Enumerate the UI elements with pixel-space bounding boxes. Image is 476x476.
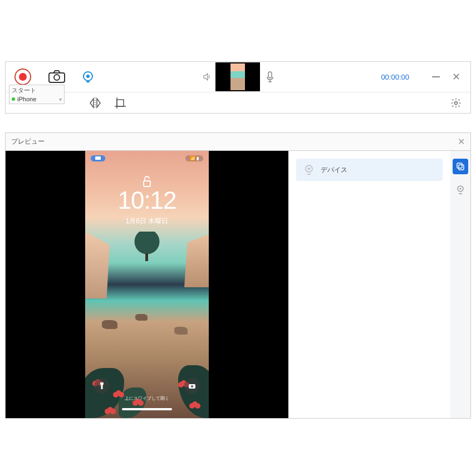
- svg-rect-4: [268, 72, 272, 78]
- wallpaper-rock: [174, 327, 188, 335]
- wallpaper-tree: [133, 232, 161, 257]
- speaker-icon[interactable]: [202, 72, 212, 82]
- preview-body: 📶 ▮ 10:12 1月6日 木曜日: [6, 151, 470, 418]
- device-label: デバイス: [321, 165, 347, 175]
- webcam-icon: [456, 185, 465, 195]
- home-indicator[interactable]: [122, 408, 172, 410]
- preview-title: プレビュー: [11, 137, 45, 146]
- toolbar-primary: ↘ 00:00:00 ✕: [6, 62, 470, 92]
- status-dot-icon: [12, 97, 15, 101]
- wallpaper-rock: [102, 320, 117, 329]
- screen-icon: [95, 156, 101, 161]
- camera-icon: [48, 70, 66, 84]
- flashlight-button[interactable]: [94, 378, 110, 394]
- gear-icon: [450, 97, 462, 109]
- settings-button[interactable]: [450, 97, 462, 109]
- lock-time: 10:12: [85, 187, 209, 214]
- minimize-button[interactable]: [432, 76, 440, 77]
- phone-mirror[interactable]: 📶 ▮ 10:12 1月6日 木曜日: [85, 151, 209, 418]
- lock-icon: [142, 175, 152, 188]
- svg-point-1: [54, 75, 60, 80]
- start-dropdown[interactable]: スタート iPhone ▾: [9, 85, 65, 104]
- webcam-icon: [81, 70, 95, 84]
- side-rail: [450, 151, 470, 418]
- recording-timer: 00:00:00: [381, 73, 409, 81]
- svg-rect-11: [144, 181, 150, 187]
- preview-thumbnail-area: [202, 62, 274, 91]
- close-button[interactable]: ✕: [452, 71, 460, 83]
- start-dropdown-label: スタート: [12, 86, 62, 95]
- preview-sidebar: デバイス: [288, 151, 470, 418]
- svg-point-15: [308, 168, 310, 170]
- svg-rect-16: [457, 163, 462, 168]
- preview-canvas: 📶 ▮ 10:12 1月6日 木曜日: [6, 151, 288, 418]
- svg-rect-6: [117, 100, 124, 106]
- svg-point-9: [455, 101, 458, 104]
- phone-status-bar: 📶 ▮: [85, 155, 209, 161]
- rail-webcam-button[interactable]: [453, 182, 468, 198]
- rail-copy-button[interactable]: [453, 159, 468, 174]
- svg-point-3: [86, 75, 90, 78]
- crop-icon: [115, 97, 126, 109]
- screenshot-button[interactable]: [48, 70, 66, 84]
- wallpaper-cliff: [85, 232, 116, 298]
- selected-device: iPhone: [17, 96, 36, 102]
- screen-mirror-indicator: [91, 155, 105, 161]
- device-item[interactable]: デバイス: [296, 159, 443, 181]
- wallpaper-cliff: [178, 234, 209, 287]
- svg-point-13: [191, 385, 193, 387]
- preview-close-button[interactable]: ✕: [458, 136, 465, 147]
- preview-header: プレビュー ✕: [6, 133, 470, 151]
- capture-thumbnail[interactable]: [215, 62, 260, 91]
- device-list: デバイス: [288, 151, 450, 418]
- chevron-down-icon: ▾: [59, 96, 62, 102]
- wallpaper-rock: [135, 314, 148, 321]
- camera-icon: [188, 382, 196, 389]
- copy-icon: [456, 162, 465, 171]
- svg-point-19: [460, 188, 462, 190]
- svg-rect-10: [95, 156, 101, 160]
- swipe-hint: 上にスワイプして開く: [85, 395, 209, 401]
- svg-rect-17: [459, 165, 464, 170]
- flip-icon: [89, 97, 101, 109]
- flip-button[interactable]: [89, 97, 101, 109]
- preview-panel: プレビュー ✕ 📶 ▮ 10:12 1月6日 木曜日: [5, 133, 471, 419]
- flashlight-icon: [99, 382, 105, 390]
- crop-button[interactable]: [115, 97, 126, 109]
- lock-date: 1月6日 木曜日: [85, 217, 209, 226]
- wifi-battery-indicator: 📶 ▮: [185, 155, 203, 161]
- webcam-button[interactable]: [81, 70, 95, 84]
- record-button[interactable]: [14, 68, 31, 85]
- webcam-icon: [304, 164, 314, 175]
- toolbar-secondary: スタート iPhone ▾: [6, 92, 470, 113]
- recorder-window: ↘ 00:00:00 ✕ スタート iPhone ▾: [5, 61, 471, 114]
- microphone-icon[interactable]: [266, 71, 274, 82]
- camera-quick-button[interactable]: [184, 378, 200, 394]
